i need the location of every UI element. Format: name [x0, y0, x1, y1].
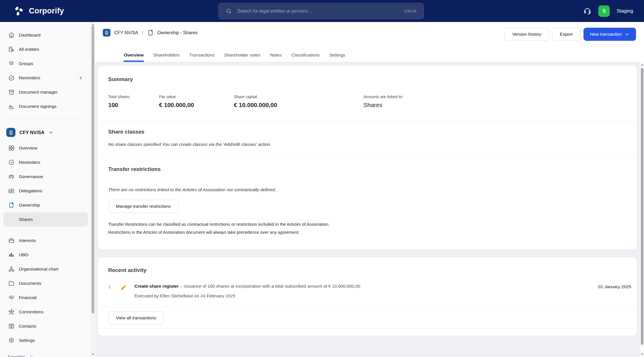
description-line: Restrictions in the Articles of Associat…: [108, 228, 627, 236]
tab-shareholder-notes[interactable]: Shareholder notes: [224, 53, 261, 62]
sidebar-item-documents[interactable]: Documents: [3, 276, 88, 291]
brand-logo[interactable]: Corporify: [13, 5, 64, 17]
home-icon: [8, 32, 15, 39]
stat-par-value: Par value € 100.000,00: [159, 94, 234, 108]
summary-title: Summary: [108, 76, 627, 82]
stat-total-shares: Total shares 100: [108, 94, 159, 108]
sidebar-item-delegations[interactable]: Delegations: [3, 184, 88, 198]
favorites-toggle[interactable]: Favorites: [3, 349, 88, 357]
sidebar-item-document-signings[interactable]: Document signings: [3, 99, 88, 114]
activity-row[interactable]: 1 Create share register – Issu: [108, 284, 631, 298]
view-all-transactions-button[interactable]: View all transactions: [108, 311, 164, 324]
stat-value: Shares: [363, 102, 403, 108]
search-input[interactable]: [237, 8, 404, 14]
activity-title: Create share register: [134, 284, 179, 289]
stat-value: € 100.000,00: [159, 102, 234, 108]
scroll-down-arrow[interactable]: [641, 354, 643, 355]
global-search[interactable]: Ctrl+K: [218, 3, 424, 19]
entity-building-icon: [6, 128, 15, 137]
stat-amounts-linked: Amounts are linked to: Shares: [363, 94, 403, 108]
tab-overview[interactable]: Overview: [123, 53, 144, 62]
entity-switcher[interactable]: CFY NV/SA: [3, 124, 88, 141]
handshake-icon: [8, 294, 15, 301]
sidebar-item-governance[interactable]: Governance: [3, 170, 88, 184]
scroll-down-arrow[interactable]: [92, 354, 94, 355]
sidebar-item-label: Overview: [19, 146, 37, 151]
sidebar-item-label: Contacts: [19, 324, 36, 329]
sidebar-item-settings[interactable]: Settings: [3, 333, 88, 348]
check-circle-icon: [8, 74, 15, 81]
sidebar-item-label: Groups: [19, 61, 33, 66]
search-icon: [226, 8, 232, 14]
sidebar-item-document-manager[interactable]: Document manager: [3, 85, 88, 99]
breadcrumb-page: Ownership - Shares: [147, 29, 198, 36]
recent-activity-title: Recent activity: [108, 267, 631, 273]
tab-settings[interactable]: Settings: [329, 53, 346, 62]
page-header: CFY NV/SA / Ownership - Shares Version h…: [95, 22, 644, 62]
page-title: Ownership - Shares: [157, 30, 198, 35]
sidebar-item-contacts[interactable]: Contacts: [3, 319, 88, 333]
tab-notes[interactable]: Notes: [269, 53, 282, 62]
id-card-icon: [8, 187, 15, 194]
sidebar-item-ownership[interactable]: Ownership: [3, 198, 88, 212]
new-transaction-button[interactable]: New transaction: [583, 28, 636, 41]
tab-shareholders[interactable]: Shareholders: [153, 53, 180, 62]
contact-card-icon: [8, 323, 15, 330]
version-history-button[interactable]: Version history: [504, 28, 549, 41]
main-area: CFY NV/SA / Ownership - Shares Version h…: [95, 22, 644, 357]
sidebar-item-label: UBO: [19, 252, 29, 257]
sidebar-item-groups[interactable]: Groups: [3, 57, 88, 71]
stat-share-capital: Share capital € 10.000.000,00: [234, 94, 363, 108]
content-scrollbar-thumb[interactable]: [641, 68, 643, 345]
support-headset-icon[interactable]: [583, 7, 591, 15]
stat-value: 100: [108, 102, 159, 108]
recent-activity-card: Recent activity 1 Cr: [98, 257, 637, 336]
sidebar-item-entity-overview[interactable]: Overview: [3, 141, 88, 155]
sidebar-item-ubo[interactable]: UBO: [3, 248, 88, 262]
sidebar-item-all-entities[interactable]: All entities: [3, 42, 88, 57]
page-content: Summary Total shares 100 Par value € 100…: [95, 62, 644, 357]
scroll-up-arrow[interactable]: [641, 64, 643, 66]
sidebar-item-label: Interests: [19, 238, 36, 243]
sidebar-item-label: All entities: [19, 47, 39, 52]
share-classes-section: Share classes No share classes specified…: [98, 121, 637, 157]
breadcrumb: CFY NV/SA / Ownership - Shares: [103, 29, 198, 37]
sidebar-item-label: Organisational chart: [19, 267, 59, 272]
scroll-region: Summary Total shares 100 Par value € 100…: [95, 62, 640, 357]
grid-icon: [8, 145, 15, 152]
user-avatar[interactable]: S: [598, 5, 610, 17]
sidebar-item-entity-reminders[interactable]: Reminders: [3, 155, 88, 170]
activity-footer: View all transactions: [98, 307, 637, 328]
sidebar-item-interests[interactable]: Interests: [3, 233, 88, 248]
sidebar-item-label: Settings: [19, 338, 35, 343]
sidebar-item-label: Connections: [19, 309, 43, 314]
sidebar-item-shares[interactable]: Shares: [3, 212, 88, 227]
sidebar-item-label: Shares: [19, 217, 33, 222]
sidebar-item-reminders[interactable]: Reminders 9: [3, 71, 88, 85]
sidebar-item-organisational-chart[interactable]: Organisational chart: [3, 262, 88, 276]
breadcrumb-entity[interactable]: CFY NV/SA: [114, 30, 138, 35]
sidebar-item-dashboard[interactable]: Dashboard: [3, 28, 88, 42]
manage-transfer-restrictions-button[interactable]: Manage transfer restrictions: [108, 200, 178, 213]
tab-classifications[interactable]: Classifications: [291, 53, 320, 62]
sidebar: Dashboard All entities Groups: [0, 22, 91, 357]
tab-transactions[interactable]: Transactions: [189, 53, 215, 62]
chevron-down-icon: [29, 354, 34, 357]
corporify-logo-icon: [13, 5, 25, 17]
entity-building-icon: [103, 29, 110, 37]
activity-date: 01 January 2025: [590, 284, 631, 289]
archive-box-icon: [8, 89, 15, 96]
breadcrumb-separator: /: [142, 30, 143, 35]
sidebar-item-financial[interactable]: Financial: [3, 291, 88, 305]
recent-activity-section: Recent activity 1 Cr: [98, 257, 637, 307]
summary-section: Summary Total shares 100 Par value € 100…: [98, 66, 637, 120]
check-circle-icon: [8, 159, 15, 166]
export-button[interactable]: Export: [552, 28, 580, 41]
scroll-up-arrow[interactable]: [92, 24, 94, 25]
share-classes-title: Share classes: [108, 129, 627, 135]
sidebar-scrollbar-thumb[interactable]: [92, 26, 94, 314]
chevron-down-icon: [48, 130, 54, 135]
briefcase-icon: [8, 237, 15, 244]
sidebar-item-connections[interactable]: Connections: [3, 305, 88, 319]
stat-label: Par value: [159, 94, 234, 99]
